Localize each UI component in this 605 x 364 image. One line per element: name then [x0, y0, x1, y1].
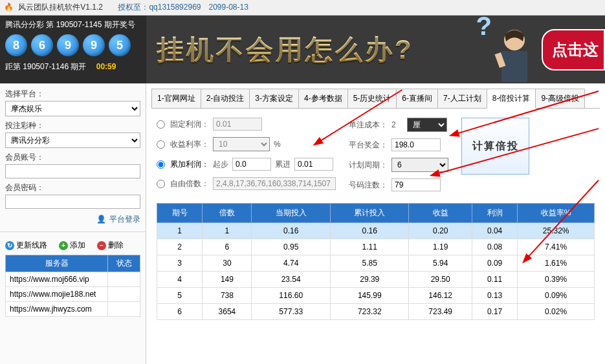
tab-0[interactable]: 1-官网网址: [151, 89, 201, 108]
fixed-profit-label: 固定利润：: [170, 119, 209, 130]
sidebar: 选择平台： 摩杰娱乐 投注彩种： 腾讯分分彩 会员账号： 会员密码： 👤 平台登…: [0, 83, 146, 364]
svg-rect-0: [501, 51, 527, 82]
free-mult-label: 自由倍数：: [170, 178, 209, 189]
flame-icon: 🔥: [4, 3, 14, 12]
percent-unit: %: [274, 140, 281, 149]
minus-icon: −: [97, 241, 106, 250]
period-label: 计划周期：: [349, 160, 388, 171]
result-th: 收益率%: [518, 204, 595, 223]
bonus-label: 平台奖金：: [349, 140, 388, 151]
tab-8[interactable]: 9-高级倍投: [535, 89, 585, 108]
server-row[interactable]: https://www.mojie188.net: [6, 287, 140, 302]
user-icon: 👤: [96, 215, 106, 224]
bonus-input[interactable]: [391, 138, 441, 151]
result-th: 倍数: [203, 204, 252, 223]
titlebar: 🔥 风云团队挂机软件V1.1.2 授权至：qq1315892969 2099-0…: [0, 0, 605, 16]
start-input[interactable]: [232, 158, 271, 171]
ball: 5: [109, 34, 131, 56]
app-version: 风云团队挂机软件V1.1.2: [18, 3, 103, 12]
platform-select[interactable]: 摩杰娱乐: [5, 101, 140, 116]
tab-6[interactable]: 7-人工计划: [437, 89, 487, 108]
server-table: 服务器 状态 https://www.moj666.vip https://ww…: [5, 255, 140, 317]
tab-5[interactable]: 6-直播间: [396, 89, 438, 108]
unit-cost-value: 2: [391, 120, 403, 129]
server-row[interactable]: https://www.moj666.vip: [6, 272, 140, 287]
result-th: 累计投入: [330, 204, 409, 223]
tab-3[interactable]: 4-参考数据: [298, 89, 348, 108]
result-th: 利润: [472, 204, 517, 223]
password-input[interactable]: [5, 195, 140, 209]
delete-route-button[interactable]: −删除: [97, 240, 124, 251]
login-button[interactable]: 平台登录: [109, 215, 140, 224]
step-label: 累进: [275, 159, 291, 170]
accum-profit-label: 累加利润：: [170, 159, 209, 170]
ball: 6: [31, 34, 53, 56]
banner-text: 挂机不会用怎么办?: [157, 32, 414, 68]
auth-info: 授权至：qq1315892969 2099-08-13: [118, 3, 248, 12]
fixed-profit-radio[interactable]: [157, 120, 165, 129]
result-row[interactable]: 110.160.160.200.0425.32%: [157, 223, 595, 239]
unit-cost-label: 单注成本：: [349, 120, 388, 131]
lottery-title: 腾讯分分彩 第 190507-1145 期开奖号: [5, 19, 141, 30]
yield-rate-radio[interactable]: [157, 140, 165, 149]
betcount-input[interactable]: [391, 178, 441, 191]
server-col: 服务器: [6, 255, 108, 272]
result-row[interactable]: 63654577.33723.32723.490.170.02%: [157, 304, 595, 320]
free-mult-input[interactable]: [213, 177, 336, 190]
account-input[interactable]: [5, 164, 140, 178]
result-table: 期号倍数当期投入累计投入收益利润收益率% 110.160.160.200.042…: [157, 203, 595, 320]
lottery-type-label: 投注彩种：: [5, 120, 140, 131]
tab-4[interactable]: 5-历史统计: [347, 89, 397, 108]
server-row[interactable]: https://www.jhwyzs.com: [6, 302, 140, 317]
free-mult-radio[interactable]: [157, 180, 165, 188]
person-icon: [492, 22, 537, 83]
tab-1[interactable]: 2-自动投注: [201, 89, 250, 108]
add-route-button[interactable]: +添加: [59, 240, 85, 251]
account-label: 会员账号：: [5, 152, 140, 163]
password-label: 会员密码：: [5, 182, 140, 193]
plus-icon: +: [59, 241, 68, 250]
countdown-timer: 00:59: [96, 62, 116, 71]
yield-rate-select[interactable]: 10: [213, 137, 270, 151]
result-row[interactable]: 260.951.111.190.087.41%: [157, 239, 595, 255]
result-th: 期号: [157, 204, 203, 223]
tabs: 1-官网网址2-自动投注3-方案设定4-参考数据5-历史统计6-直播间7-人工计…: [151, 89, 600, 109]
ball: 9: [83, 34, 105, 56]
result-th: 当期投入: [252, 204, 331, 223]
result-th: 收益: [409, 204, 472, 223]
platform-label: 选择平台：: [5, 89, 140, 100]
question-icon: ?: [476, 16, 492, 41]
ball: 8: [5, 34, 27, 56]
lottery-balls: 8 6 9 9 5: [5, 34, 141, 56]
period-select[interactable]: 6: [391, 158, 448, 172]
start-label: 起步: [213, 159, 228, 170]
status-col: 状态: [108, 255, 140, 272]
result-row[interactable]: 5738116.60145.99146.120.130.09%: [157, 288, 595, 304]
result-row[interactable]: 3304.745.855.940.091.61%: [157, 255, 595, 272]
calculate-button[interactable]: 计算倍投: [461, 118, 529, 175]
content: 1-官网网址2-自动投注3-方案设定4-参考数据5-历史统计6-直播间7-人工计…: [146, 83, 605, 364]
lottery-panel: 腾讯分分彩 第 190507-1145 期开奖号 8 6 9 9 5 距第 19…: [0, 16, 146, 83]
tab-2[interactable]: 3-方案设定: [249, 89, 299, 108]
result-row[interactable]: 414923.5429.3929.500.110.39%: [157, 272, 595, 288]
refresh-icon: ↻: [5, 241, 14, 250]
ball: 9: [57, 34, 79, 56]
refresh-route-button[interactable]: ↻更新线路: [5, 240, 47, 251]
accum-profit-radio[interactable]: [157, 160, 165, 169]
lottery-type-select[interactable]: 腾讯分分彩: [5, 133, 140, 148]
fixed-profit-input[interactable]: [213, 118, 262, 131]
next-draw-label: 距第 190507-1146 期开: [5, 62, 86, 71]
step-input[interactable]: [294, 158, 333, 171]
betcount-label: 号码注数：: [349, 180, 388, 191]
banner: 挂机不会用怎么办? ? 点击这: [146, 16, 605, 83]
cta-button[interactable]: 点击这: [542, 29, 605, 70]
tab-7[interactable]: 8-倍投计算: [487, 89, 536, 109]
unit-select[interactable]: 厘: [407, 118, 447, 132]
yield-rate-label: 收益利率：: [170, 139, 209, 150]
